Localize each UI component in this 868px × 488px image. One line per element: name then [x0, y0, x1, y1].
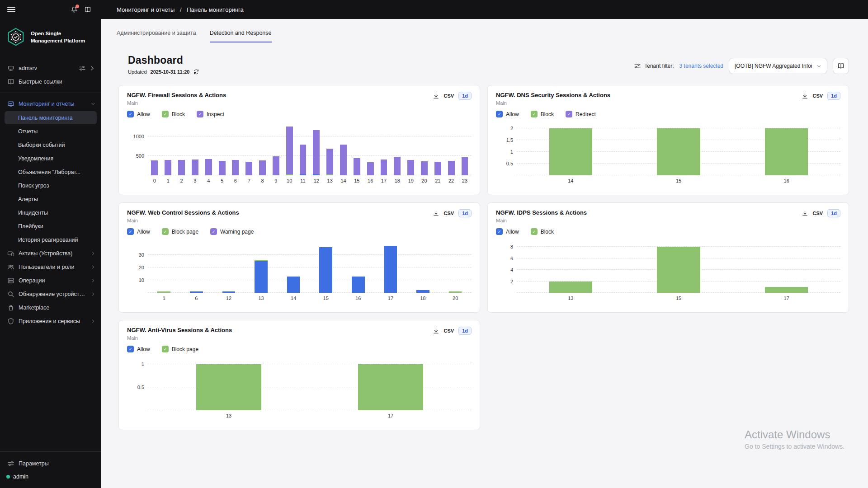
csv-button[interactable]: CSV: [813, 211, 823, 216]
download-icon[interactable]: [802, 210, 808, 217]
sidebar-item-threat-hunting[interactable]: Поиск угроз: [5, 179, 97, 192]
sidebar-item-label: Активы (Устройства): [19, 250, 86, 257]
legend-checkbox[interactable]: ✓: [127, 228, 134, 235]
range-button[interactable]: 1d: [458, 209, 472, 217]
download-icon[interactable]: [802, 93, 808, 99]
tab-detection-response[interactable]: Detection and Response: [210, 30, 272, 42]
breadcrumb-section[interactable]: Мониторинг и отчеты: [117, 6, 175, 13]
bar-slot-14: [277, 242, 310, 293]
sidebar-item-marketplace[interactable]: Marketplace: [0, 301, 101, 314]
idps-chart: 2468131517: [496, 242, 840, 301]
tenant-filter: Tenant filter:: [634, 62, 674, 70]
chevron-right-icon[interactable]: [89, 65, 96, 72]
sidebar-item-label: Выборки событий: [18, 142, 65, 148]
legend-item-block-page: ✓Block page: [162, 346, 198, 352]
bar-slot-13: [148, 360, 310, 410]
csv-button[interactable]: CSV: [444, 93, 454, 99]
sidebar-item-reports[interactable]: Отчеты: [5, 125, 97, 138]
download-icon[interactable]: [433, 328, 439, 334]
book-icon[interactable]: [84, 6, 91, 13]
sidebar-item-admsrv[interactable]: admsrv: [0, 61, 101, 75]
bar-segment-inspect: [354, 158, 360, 175]
legend-checkbox[interactable]: ✓: [162, 346, 169, 352]
legend-checkbox[interactable]: ✓: [127, 111, 134, 117]
bar-segment-inspect: [313, 130, 320, 174]
sidebar-item-monitoring-reports[interactable]: Мониторинг и отчеты: [0, 97, 101, 111]
legend-checkbox[interactable]: ✓: [162, 111, 169, 117]
chevron-right-icon: [90, 291, 96, 297]
sidebar-item-dashboard-panel[interactable]: Панель мониторинга: [5, 111, 97, 124]
range-button[interactable]: 1d: [458, 92, 472, 100]
bar-slot-16: [363, 125, 377, 175]
sidebar-user[interactable]: admin: [0, 471, 101, 483]
sidebar-item-label: Приложения и сервисы: [19, 318, 86, 324]
download-icon[interactable]: [433, 210, 439, 217]
sidebar-item-playbooks[interactable]: Плейбуки: [5, 220, 97, 233]
bar-segment-inspect: [340, 145, 347, 175]
bar-slot-9: [269, 125, 283, 175]
range-button[interactable]: 1d: [827, 92, 840, 100]
bar-segment-inspect: [232, 160, 239, 175]
sidebar-item-users-roles[interactable]: Пользователи и роли: [0, 260, 101, 274]
dashboards-book-button[interactable]: [833, 58, 849, 74]
sidebar-item-assets-devices[interactable]: Активы (Устройства): [0, 247, 101, 260]
legend-checkbox[interactable]: ✓: [197, 111, 203, 117]
legend-checkbox[interactable]: ✓: [531, 111, 538, 117]
range-button[interactable]: 1d: [458, 327, 472, 335]
sidebar-item-event-selections[interactable]: Выборки событий: [5, 138, 97, 151]
sidebar-item-response-history[interactable]: История реагирований: [5, 233, 97, 246]
bar-slot-15: [310, 242, 342, 293]
bar-segment-block: [657, 128, 700, 175]
x-axis-tick: 21: [431, 178, 444, 183]
sidebar-item-alerts[interactable]: Алерты: [5, 192, 97, 206]
sidebar-item-notifications[interactable]: Уведомления: [5, 152, 97, 165]
bar-segment-inspect: [259, 160, 266, 175]
bar-segment-block: [549, 282, 592, 293]
sidebar-item-settings[interactable]: Параметры: [0, 456, 101, 471]
tab-administration[interactable]: Администрирование и защита: [117, 30, 196, 42]
sliders-icon[interactable]: [79, 65, 86, 72]
legend-checkbox[interactable]: ✓: [162, 228, 169, 235]
sidebar-item-operations[interactable]: Операции: [0, 274, 101, 287]
y-axis-tick: 10: [127, 277, 144, 283]
bar-slot-15: [625, 125, 733, 175]
x-axis-tick: 18: [391, 178, 404, 183]
csv-button[interactable]: CSV: [444, 211, 454, 216]
x-axis-tick: 17: [310, 413, 472, 418]
bar-segment-inspect: [300, 145, 307, 174]
dashboard-select[interactable]: [OOTB] NGFW Aggregated Informat...: [729, 58, 827, 74]
csv-button[interactable]: CSV: [444, 328, 454, 333]
legend-checkbox[interactable]: ✓: [127, 346, 134, 352]
server-icon: [7, 65, 14, 72]
y-axis-tick: 4: [496, 267, 513, 272]
legend-checkbox[interactable]: ✓: [496, 228, 503, 235]
x-axis-tick: 2: [175, 178, 189, 183]
user-name: admin: [13, 474, 28, 480]
legend-checkbox[interactable]: ✓: [566, 111, 572, 117]
chevron-down-icon: [90, 101, 96, 107]
user-status-dot: [6, 475, 10, 479]
updated-row: Updated 2025-10-31 11:20: [128, 69, 199, 75]
csv-button[interactable]: CSV: [813, 93, 823, 99]
bell-icon[interactable]: [71, 6, 78, 13]
plot-area: [148, 360, 472, 410]
sidebar-item-incidents[interactable]: Инциденты: [5, 206, 97, 219]
x-axis-tick: 6: [229, 178, 242, 183]
tenants-selected-link[interactable]: 3 tenants selected: [679, 63, 723, 69]
card-title: NGFW. Anti-Virus Sessions & Actions: [127, 327, 232, 333]
activate-windows-watermark: Activate Windows Go to Settings to activ…: [745, 428, 844, 450]
sidebar-item-apps-services[interactable]: Приложения и сервисы: [0, 314, 101, 328]
refresh-icon[interactable]: [193, 69, 199, 75]
sidebar-item-announcements[interactable]: Объявления "Лаборат...: [5, 165, 97, 178]
legend-checkbox[interactable]: ✓: [531, 228, 538, 235]
sidebar-item-device-discovery[interactable]: Обнаружение устройств и р...: [0, 287, 101, 301]
sidebar-item-quick-links[interactable]: Быстрые ссылки: [0, 75, 101, 89]
main-area: Мониторинг и отчеты / Панель мониторинга…: [101, 0, 868, 488]
menu-toggle-icon[interactable]: [7, 5, 15, 14]
download-icon[interactable]: [433, 93, 439, 99]
sidebar-item-label: Объявления "Лаборат...: [18, 169, 80, 175]
legend-checkbox[interactable]: ✓: [496, 111, 503, 117]
card-anti-virus: NGFW. Anti-Virus Sessions & Actions Main…: [118, 320, 480, 430]
range-button[interactable]: 1d: [827, 209, 840, 217]
legend-checkbox[interactable]: ✓: [210, 228, 217, 235]
